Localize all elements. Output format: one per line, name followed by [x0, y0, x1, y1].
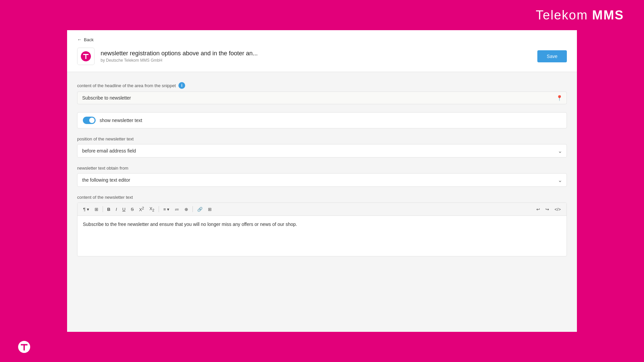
obtain-select-wrapper: the following text editor a snippet ⌄: [77, 173, 567, 187]
bottom-bar: [0, 332, 644, 362]
toolbar-italic-btn[interactable]: I: [113, 205, 119, 213]
toolbar-table-btn[interactable]: ⊞: [206, 205, 214, 213]
back-label: Back: [84, 37, 94, 42]
headline-input[interactable]: [77, 92, 567, 104]
position-group: position of the newsletter text before e…: [77, 136, 567, 158]
editor-toolbar: ¶ ▾ ⊞ B I U S X2 X2 ≡ ▾ ≔ ⊕ �: [77, 203, 567, 216]
editor-content[interactable]: Subscribe to the free newsletter and ens…: [77, 216, 567, 256]
toolbar-divider-1: [103, 206, 103, 212]
toolbar-divider-3: [193, 206, 193, 212]
headline-info-icon[interactable]: i: [178, 82, 185, 89]
toolbar-paragraph-btn[interactable]: ¶ ▾: [81, 205, 92, 213]
plugin-icon: [77, 48, 95, 65]
newsletter-text-toggle[interactable]: [83, 117, 96, 124]
plugin-title: newsletter registration options above an…: [101, 50, 258, 57]
toggle-slider: [83, 117, 96, 124]
toolbar-subscript-btn[interactable]: X2: [147, 205, 157, 214]
toolbar-align-btn[interactable]: ≡ ▾: [161, 205, 172, 213]
save-button[interactable]: Save: [537, 50, 567, 62]
toolbar-left: ¶ ▾ ⊞ B I U S X2 X2 ≡ ▾ ≔ ⊕ �: [81, 205, 214, 214]
plugin-info: newsletter registration options above an…: [101, 50, 258, 63]
header-left: newsletter registration options above an…: [77, 48, 258, 65]
toolbar-list-btn[interactable]: ≔: [172, 205, 181, 213]
toolbar-bold-btn[interactable]: B: [105, 205, 113, 213]
back-arrow-icon: ←: [77, 37, 82, 42]
bottom-t-logo-icon: [17, 340, 32, 354]
headline-field-icon: 📍: [556, 95, 563, 101]
toolbar-underline-btn[interactable]: U: [120, 205, 128, 213]
toggle-group: show newsletter text: [77, 112, 567, 128]
top-bar: Telekom MMS: [0, 0, 644, 30]
svg-rect-3: [23, 344, 25, 351]
header-content: newsletter registration options above an…: [77, 48, 567, 65]
toolbar-redo-btn[interactable]: ↪: [543, 205, 551, 213]
position-select[interactable]: before email address field after email a…: [77, 144, 567, 158]
main-container: ← Back newsletter registration options a…: [67, 30, 577, 332]
toolbar-strikethrough-btn[interactable]: S: [128, 205, 136, 213]
telekom-logo: Telekom MMS: [536, 8, 624, 22]
toolbar-undo-btn[interactable]: ↩: [534, 205, 542, 213]
content-group: content of the newsletter text ¶ ▾ ⊞ B I…: [77, 195, 567, 256]
toolbar-expand-btn[interactable]: ⊞: [92, 205, 101, 213]
telekom-t-icon: [80, 50, 92, 62]
toggle-row: show newsletter text: [77, 112, 567, 128]
toolbar-link-btn[interactable]: 🔗: [195, 205, 205, 213]
headline-label-row: content of the headline of the area from…: [77, 82, 567, 89]
editor-container: ¶ ▾ ⊞ B I U S X2 X2 ≡ ▾ ≔ ⊕ �: [77, 202, 567, 256]
toolbar-right: ↩ ↪ </>: [534, 205, 563, 213]
headline-group: content of the headline of the area from…: [77, 82, 567, 104]
svg-rect-1: [86, 54, 87, 59]
content-label: content of the newsletter text: [77, 195, 567, 200]
toolbar-ordered-list-btn[interactable]: ⊕: [182, 205, 191, 213]
toggle-label: show newsletter text: [100, 118, 142, 123]
plugin-author: by Deutsche Telekom MMS GmbH: [101, 58, 258, 63]
obtain-group: newsletter text obtain from the followin…: [77, 166, 567, 187]
toolbar-superscript-btn[interactable]: X2: [137, 205, 147, 214]
obtain-select[interactable]: the following text editor a snippet: [77, 173, 567, 187]
headline-label: content of the headline of the area from…: [77, 83, 176, 88]
form-area: content of the headline of the area from…: [67, 72, 577, 275]
toolbar-source-btn[interactable]: </>: [552, 205, 563, 213]
page-header: ← Back newsletter registration options a…: [67, 30, 577, 72]
position-label: position of the newsletter text: [77, 136, 567, 141]
back-link[interactable]: ← Back: [77, 37, 567, 42]
position-select-wrapper: before email address field after email a…: [77, 144, 567, 158]
headline-input-wrapper: 📍: [77, 92, 567, 104]
obtain-label: newsletter text obtain from: [77, 166, 567, 171]
toolbar-divider-2: [159, 206, 159, 212]
